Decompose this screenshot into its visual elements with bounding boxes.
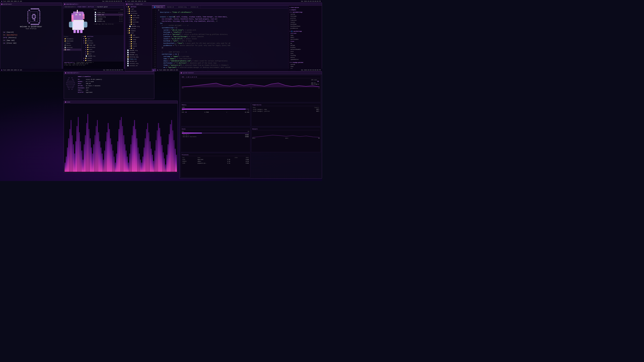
vis-bar — [139, 153, 140, 172]
status-file-indicator: ● — [153, 69, 154, 71]
temp-table: Name Temp(C) card0 (amdgpu): edge 49°C c… — [252, 107, 320, 112]
ft-system[interactable]: ▶ 📁 system — [82, 57, 124, 59]
rp-grubdevice: grubDevice — [288, 27, 322, 29]
status-bar-left: ▣ Tech 100% 20% 100% 2S 10S Sat 2024-03-… — [0, 0, 123, 3]
editor-tabs: 🔵 flake.nix harden.sh install.org instal… — [152, 5, 288, 8]
vis-bar — [98, 132, 99, 172]
vis-bar — [88, 114, 88, 172]
vis-bar — [136, 138, 137, 172]
fm-row-installorg[interactable]: 📄 install.org 10.5K — [94, 16, 123, 18]
line-numbers: 1234567891011121314151617181920212223242… — [152, 8, 157, 69]
svg-rect-15 — [72, 15, 74, 22]
ft-dotfiles[interactable]: ▼ 📁 .dotfiles — [82, 35, 124, 37]
ft-patches[interactable]: ▶ 📁 patches — [82, 40, 124, 42]
ft-personal[interactable]: ▶ 📁 personal — [82, 46, 124, 48]
neofetch-titlebar: emmet@snowfire:~ — [64, 71, 154, 74]
edt-installsh[interactable]: 📄 install.sh — [125, 64, 152, 67]
rp-dotfilesdir: dotfilesDir — [288, 38, 322, 40]
ft-work[interactable]: ▶ 📁 work — [82, 48, 124, 51]
vis-bar — [108, 123, 109, 172]
edt-wsl[interactable]: ▶📁 wsl — [125, 23, 152, 25]
edt-license[interactable]: 📄 LICENSE — [125, 51, 152, 54]
edt-app[interactable]: ▶📁 app — [125, 34, 152, 36]
edt-lang[interactable]: ▶📁 lang — [125, 38, 152, 40]
rp-outputs: ▶outputs — [288, 8, 322, 11]
rp-bootmode: bootMode — [288, 23, 322, 25]
edt-patches[interactable]: ▶📁 patches — [125, 10, 152, 12]
rp-usersettings: ▼ 👤 userSettings — [288, 30, 322, 32]
vis-bar — [122, 126, 123, 172]
menu-item-closetab[interactable]: [x] [Close tab] — [3, 42, 59, 44]
ft-profiles[interactable]: ▼ 📁 profiles — [82, 42, 124, 44]
svg-rect-13 — [69, 22, 73, 27]
edt-pkgs[interactable]: ▶📁 pkgs — [125, 40, 152, 43]
menu-item-quickmarks[interactable]: [b] [Quickmarks] — [3, 34, 59, 36]
vis-bar — [70, 129, 70, 172]
vis-bar — [127, 157, 128, 172]
menu-item-history[interactable]: [S h] [History] — [3, 36, 59, 39]
fm-row-readme[interactable]: 📄 README.org 40.4K — [94, 20, 123, 22]
cpu-title: CPU ~ 1.53 1.14 0.73 — [182, 76, 320, 78]
temp-row-edge: card0 (amdgpu): edge 49°C — [252, 109, 320, 110]
ft-wsl[interactable]: ▶ 📁 wsl — [82, 53, 124, 55]
edt-git[interactable]: ▶📁 .git — [125, 8, 152, 10]
tab-flakenix[interactable]: 🔵 flake.nix — [152, 5, 165, 8]
edt-profiles[interactable]: ▼📁 profiles — [125, 12, 152, 14]
sysmon-title: system monitor — [183, 72, 194, 73]
fm-row-license[interactable]: 📄 LICENSE 34.2K — [94, 18, 123, 20]
fm-sidebar-documents[interactable]: 📁Documents — [63, 38, 81, 40]
fm-sidebar-movies[interactable]: 🎬Movies — [63, 44, 81, 46]
edt-homelab[interactable]: ▶📁 home lab — [125, 14, 152, 16]
svg-rect-7 — [80, 14, 80, 15]
fm-sidebar-emmet[interactable]: 🏠emmet — [63, 49, 81, 51]
edt-readme-p[interactable]: 📄 README.org — [125, 25, 152, 27]
qute-welcome: Welcome to Qutebrowser — [3, 26, 59, 28]
rp-name: name — [288, 34, 322, 36]
edt-work[interactable]: ▶📁 work — [125, 19, 152, 21]
rp-editor: editor — [288, 56, 322, 58]
datetime-left: Sat 2024-03-09 05:06:00 PM — [102, 1, 122, 2]
rp-spawneditor: spawnEditor — [288, 58, 322, 60]
edt-themes[interactable]: ▶📁 themes — [125, 30, 152, 32]
rp-np-name: name — [288, 65, 322, 67]
fm-sidebar-music[interactable]: 🎵Music — [63, 42, 81, 44]
status-bar-br-right: Sat 2024-03-09 05:06:00 PM — [301, 69, 321, 71]
tab-hardensh[interactable]: harden.sh — [165, 5, 176, 8]
neo-dot — [65, 72, 66, 73]
tab-installorg[interactable]: install.org — [176, 5, 189, 8]
menu-item-newtab[interactable]: [t] [New tab] — [3, 39, 59, 42]
edt-shell[interactable]: ▶📁 shell — [125, 43, 152, 45]
editor-dot — [126, 3, 128, 5]
edt-installorg[interactable]: 📄 install.org — [125, 62, 152, 64]
vis-bar — [114, 157, 115, 172]
vis-bar — [150, 141, 150, 172]
edt-readme-org[interactable]: 📄 README.org — [125, 49, 152, 51]
edt-user[interactable]: ▼📁 user — [125, 32, 152, 34]
edt-wm[interactable]: ▶📁 wm — [125, 47, 152, 49]
ft-git[interactable]: ▶ 📁 .git — [82, 37, 124, 40]
tab-installsh[interactable]: install.sh — [189, 5, 200, 8]
editor-main: 🔵 flake.nix harden.sh install.org instal… — [152, 5, 288, 71]
editor-window: Neovim - flake.nix ▼ 📁 .dotfiles ▶📁 .git… — [125, 3, 322, 71]
edt-hardensh[interactable]: 📄 harden.sh — [125, 60, 152, 62]
disk-row-2: /dev/dm-0 /nix/store 504GB — [182, 136, 249, 138]
fm-row-flakelock[interactable]: 📄 flake.lock 27.5 K — [94, 11, 123, 13]
vis-bar — [163, 152, 164, 172]
fm-row-flakenix[interactable]: 📄 flake.nix 2.2K — [94, 13, 123, 16]
edt-flakenix[interactable]: 📄 flake.nix — [125, 58, 152, 60]
edt-readme-md[interactable]: 📄 README.org — [125, 54, 152, 56]
vis-bar — [130, 144, 132, 172]
edt-style[interactable]: ▶📁 style — [125, 45, 152, 47]
menu-item-search[interactable]: [o] [Search] — [3, 31, 59, 34]
ft-themes[interactable]: ▶ 📁 themes — [82, 59, 124, 61]
fm-sidebar-downloads[interactable]: 📁Downloads — [63, 40, 81, 42]
ft-worklab[interactable]: ▶ 📁 worklab — [82, 51, 124, 53]
edt-worklab[interactable]: ▶📁 worklab — [125, 21, 152, 23]
fm-sidebar-external[interactable]: 💾External — [63, 46, 81, 49]
ft-readme-profiles[interactable]: 📄 README.org — [82, 55, 124, 57]
edt-hardware[interactable]: ▶📁 hardware — [125, 36, 152, 38]
edt-personal[interactable]: ▶📁 personal — [125, 16, 152, 19]
edt-system[interactable]: ▶📁 system — [125, 27, 152, 30]
edt-desktop[interactable]: 🖼️ desktop.png — [125, 56, 152, 58]
ft-homelab[interactable]: ▶ 📁 home lab — [82, 44, 124, 46]
